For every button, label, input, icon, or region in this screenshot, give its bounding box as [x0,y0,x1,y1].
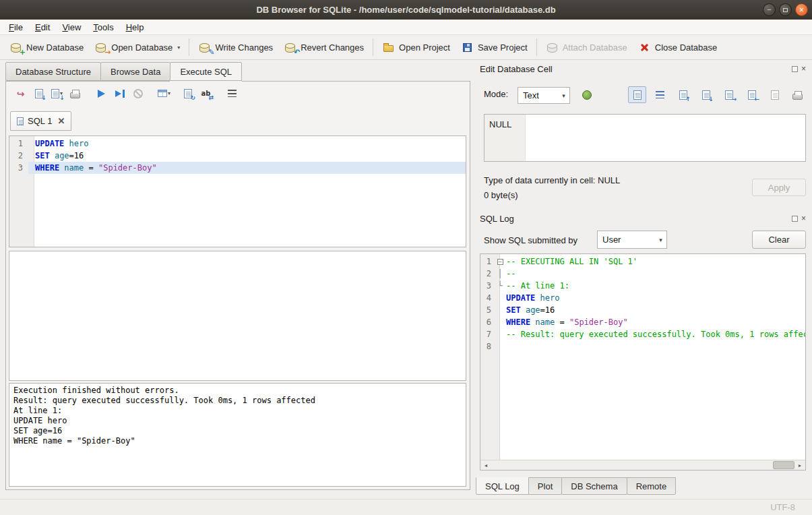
float-dock-icon[interactable] [792,66,798,72]
line-number: 8 [480,340,495,353]
revert-changes-label: Revert Changes [301,42,364,53]
format-sql-button[interactable] [223,85,241,102]
code-line: 7-- Result: query executed successfully.… [480,328,805,340]
fold-guide [495,340,505,353]
sql-editor[interactable]: 1UPDATE hero2SET age=163WHERE name = "Sp… [9,135,466,247]
menu-bar: FileEditViewToolsHelp [0,20,812,35]
write-changes-button[interactable]: ✎ Write Changes [193,38,278,56]
sql-document-tab[interactable]: SQL 1 ✕ [10,111,71,131]
tab-execute-sql[interactable]: Execute SQL [170,62,242,81]
dock-tab-db-schema[interactable]: DB Schema [561,477,627,495]
menu-item-tools[interactable]: Tools [87,20,119,34]
line-number: 3 [480,280,495,292]
minimize-button[interactable]: − [763,3,776,16]
maximize-button[interactable] [779,3,792,16]
menu-item-help[interactable]: Help [120,20,150,34]
stop-button [129,85,147,102]
list-mode-icon [656,91,664,98]
clear-log-button[interactable]: Clear [752,231,806,249]
open-project-label: Open Project [399,42,450,53]
cell-editor[interactable]: NULL [484,114,806,162]
mode-select[interactable]: Text ▾ [518,87,570,104]
save-project-icon [461,41,474,53]
apply-button: Apply [752,179,806,196]
list-mode-button[interactable] [651,86,669,103]
print-cell-button[interactable] [788,86,807,103]
scroll-left-icon[interactable]: ◂ [480,460,491,470]
menu-item-edit[interactable]: Edit [29,20,56,34]
save-cell-file-button[interactable]: ↓ [697,86,715,103]
tab-browse-data[interactable]: Browse Data [100,62,170,81]
mode-select-value: Text [523,90,558,100]
fold-guide [495,316,505,328]
close-button[interactable]: × [795,3,808,16]
new-database-icon: + [9,41,22,53]
save-sql-file-button[interactable]: ↓ [30,85,48,102]
sql-toolbar: ↪ ↓ ↓▾ ▾ ↻ ab⇄ [11,85,241,102]
execute-line-button[interactable] [111,85,129,102]
menu-item-view[interactable]: View [56,20,87,34]
write-changes-icon: ✎ [198,41,211,53]
sql-log-dock-header: SQL Log × [476,212,812,224]
log-filter-select[interactable]: User ▾ [597,231,667,249]
auto-mode-button[interactable] [577,86,596,103]
log-horizontal-scrollbar[interactable]: ◂ ▸ [480,460,805,470]
export-cell-button[interactable]: ← [743,86,761,103]
open-database-dropdown-icon[interactable]: ▾ [177,44,180,51]
execution-output-pane[interactable]: Execution finished without errors. Resul… [9,383,466,487]
close-database-label: Close Database [655,42,718,53]
close-database-icon [638,41,651,53]
fold-collapse-icon[interactable]: − [495,255,505,268]
execute-all-button[interactable] [92,85,111,102]
close-database-button[interactable]: Close Database [633,38,723,56]
status-bar: UTF-8 [0,499,812,515]
cell-type-info: Type of data currently in cell: NULL [484,175,620,185]
sql-tab-close-icon[interactable]: ✕ [57,117,65,125]
code-line: 1UPDATE hero [9,138,466,150]
print-sql-button[interactable] [66,85,84,102]
open-sql-file-button[interactable]: ↪ [11,85,30,102]
dock-tab-plot[interactable]: Plot [528,477,562,495]
results-grid[interactable] [9,251,466,381]
sql-document-icon [17,117,24,125]
execute-all-icon [98,90,105,98]
export-results-icon [158,90,167,97]
sql-log-pane[interactable]: 1−-- EXECUTING ALL IN 'SQL 1'2│--3└-- At… [480,253,806,471]
save-sql-as-button[interactable]: ↓▾ [48,85,66,102]
line-number: 2 [480,268,495,280]
set-null-icon [771,90,779,100]
dock-tab-sql-log[interactable]: SQL Log [476,477,529,495]
toolbar-separator [189,38,189,56]
new-database-button[interactable]: + New Database [4,38,89,56]
edit-cell-dock-header: Edit Database Cell × [476,63,812,75]
minimize-icon: − [767,6,771,13]
open-database-button[interactable]: → Open Database ▾ [89,38,185,56]
text-mode-button[interactable] [628,86,646,103]
close-dock-icon[interactable]: × [801,216,806,222]
line-number: 4 [480,292,495,304]
close-dock-icon[interactable]: × [801,66,806,72]
line-number: 3 [9,162,28,174]
line-number: 6 [480,316,495,328]
dock-tab-remote[interactable]: Remote [627,477,677,495]
revert-changes-button[interactable]: ↶ Revert Changes [278,38,369,56]
code-line: 2SET age=16 [9,150,466,162]
save-results-button[interactable]: ↻ [179,85,197,102]
code-line: 6WHERE name = "Spider-Boy" [480,316,805,328]
open-project-button[interactable]: Open Project [377,38,456,56]
scrollbar-track[interactable] [491,460,794,470]
import-cell-button[interactable]: → [720,86,738,103]
sql-log-code-area: 1−-- EXECUTING ALL IN 'SQL 1'2│--3└-- At… [480,254,805,460]
find-replace-button[interactable]: ab⇄ [197,85,215,102]
scrollbar-thumb[interactable] [773,461,794,469]
maximize-icon [783,8,788,12]
float-dock-icon[interactable] [792,216,798,222]
open-cell-file-button[interactable]: ↑ [674,86,692,103]
set-null-button [766,86,784,103]
menu-item-file[interactable]: File [3,20,29,34]
save-project-button[interactable]: Save Project [456,38,533,56]
export-results-button[interactable]: ▾ [155,85,173,102]
scroll-right-icon[interactable]: ▸ [794,460,805,470]
attach-database-button: Attach Database [540,38,633,56]
tab-database-structure[interactable]: Database Structure [5,62,101,81]
